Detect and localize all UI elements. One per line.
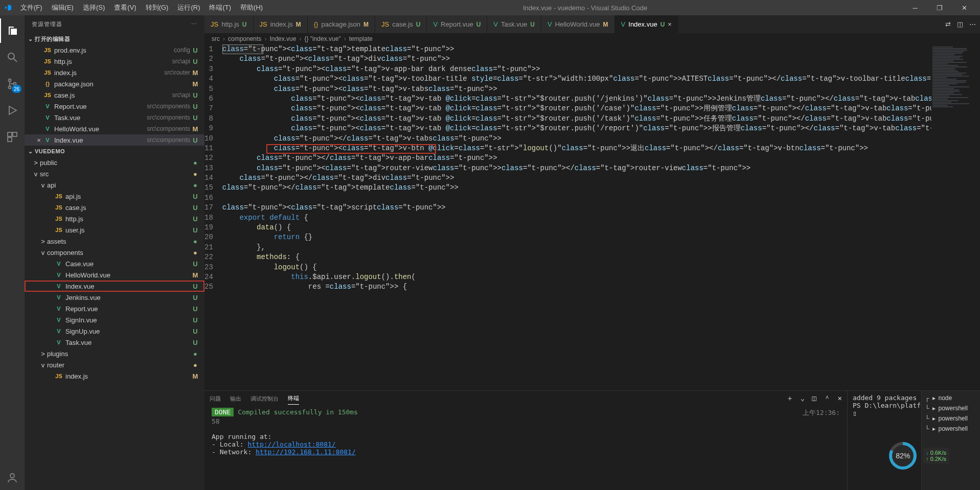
- folder-item[interactable]: >public●: [25, 157, 204, 168]
- close-icon[interactable]: ×: [35, 136, 43, 144]
- editor-tab[interactable]: VHelloWorld.vueM: [541, 15, 615, 33]
- more-icon[interactable]: ⋯: [191, 21, 197, 28]
- code-line[interactable]: [222, 193, 931, 203]
- split-terminal-icon[interactable]: ◫: [812, 394, 816, 403]
- breadcrumbs[interactable]: src›components›Index.vue›{} "index.vue"›…: [204, 33, 980, 44]
- code-line[interactable]: data() {: [222, 223, 931, 232]
- menu-item[interactable]: 终端(T): [205, 1, 235, 14]
- code-line[interactable]: class="t-punc"><class="t-tag">v-tab @cli…: [222, 94, 931, 104]
- menu-item[interactable]: 选择(S): [79, 1, 109, 14]
- code-line[interactable]: class="t-punc"><class="t-tag">divclass="…: [222, 54, 931, 64]
- file-item[interactable]: JScase.jsU: [25, 202, 204, 213]
- local-url-link[interactable]: http://localhost:8081/: [247, 440, 335, 448]
- open-editor-item[interactable]: JSprod.env.jsconfigU: [25, 44, 204, 56]
- accounts-icon[interactable]: [0, 465, 25, 490]
- breadcrumb-item[interactable]: {} "index.vue": [304, 35, 340, 42]
- terminal-shell-item[interactable]: └ ▸ powershell: [925, 424, 977, 434]
- new-terminal-icon[interactable]: ＋: [786, 394, 793, 403]
- code-line[interactable]: class="t-punc"><class="t-tag">v-tabsclas…: [222, 84, 931, 94]
- minimize-button[interactable]: ─: [903, 0, 927, 15]
- search-icon[interactable]: [0, 45, 25, 69]
- close-panel-icon[interactable]: ✕: [838, 394, 842, 403]
- terminal-shell-item[interactable]: ┌ ▸ node: [925, 393, 977, 403]
- breadcrumb-item[interactable]: template: [349, 35, 373, 42]
- open-editor-item[interactable]: ×VIndex.vuesrc\componentsU: [25, 134, 204, 146]
- terminal-shell-item[interactable]: └ ▸ powershell: [925, 413, 977, 424]
- editor-tab[interactable]: JScase.jsU: [375, 15, 427, 33]
- code-line[interactable]: },: [222, 243, 931, 252]
- code-line[interactable]: res =class="t-punc">> {: [222, 282, 931, 292]
- project-header[interactable]: ⌄ VUEDEMO: [25, 146, 204, 157]
- extensions-icon[interactable]: [0, 125, 25, 149]
- file-item[interactable]: JSindex.jsM: [25, 370, 204, 382]
- close-icon[interactable]: ×: [668, 20, 672, 28]
- menu-item[interactable]: 帮助(H): [236, 1, 267, 14]
- file-item[interactable]: VJenkins.vueU: [25, 292, 204, 303]
- editor-tab[interactable]: JShttp.jsU: [204, 15, 254, 33]
- split-icon[interactable]: ◫: [957, 20, 963, 28]
- code-editor[interactable]: class="t-punc"><class="t-tag">templatecl…: [222, 44, 931, 390]
- code-line[interactable]: this.$api.user.logout().then(: [222, 272, 931, 282]
- folder-item[interactable]: vsrc●: [25, 168, 204, 179]
- open-editor-item[interactable]: VTask.vuesrc\componentsU: [25, 112, 204, 123]
- code-line[interactable]: class="t-punc"></class="t-tag">templatec…: [222, 183, 931, 193]
- file-item[interactable]: VSignUp.vueU: [25, 325, 204, 337]
- folder-item[interactable]: vrouter●: [25, 359, 204, 370]
- file-item[interactable]: VTask.vueU: [25, 337, 204, 348]
- open-editor-item[interactable]: JSindex.jssrc\routerM: [25, 67, 204, 78]
- file-item[interactable]: VSignIn.vueU: [25, 314, 204, 325]
- terminal-secondary[interactable]: added 9 packages in 7s PS D:\learn\platf…: [847, 391, 980, 490]
- file-item[interactable]: JSapi.jsU: [25, 191, 204, 202]
- code-line[interactable]: export default {: [222, 213, 931, 223]
- breadcrumb-item[interactable]: components: [228, 35, 261, 42]
- menu-item[interactable]: 运行(R): [173, 1, 204, 14]
- breadcrumb-item[interactable]: Index.vue: [269, 35, 296, 42]
- editor-tab[interactable]: VIndex.vueU×: [615, 15, 678, 33]
- more-icon[interactable]: ⋯: [969, 20, 976, 28]
- code-line[interactable]: class="t-punc"><class="t-tag">router-vie…: [222, 164, 931, 173]
- folder-item[interactable]: >assets●: [25, 236, 204, 247]
- editor-tab[interactable]: {}package.jsonM: [308, 15, 375, 33]
- code-line[interactable]: methods: {: [222, 252, 931, 262]
- open-editor-item[interactable]: JScase.jssrc\apiU: [25, 89, 204, 101]
- code-line[interactable]: class="t-punc"><class="t-tag">v-tab @cli…: [222, 104, 931, 113]
- panel-tab[interactable]: 输出: [230, 393, 241, 405]
- folder-item[interactable]: >plugins●: [25, 348, 204, 359]
- network-url-link[interactable]: http://192.168.1.11:8081/: [256, 448, 356, 456]
- code-line[interactable]: class="t-punc"><class="t-tag">v-toolbar-…: [222, 74, 931, 84]
- file-item[interactable]: VHelloWorld.vueM: [25, 269, 204, 281]
- panel-tab[interactable]: 调试控制台: [250, 393, 279, 405]
- menu-item[interactable]: 编辑(E): [48, 1, 78, 14]
- open-editor-item[interactable]: {}package.jsonM: [25, 78, 204, 89]
- file-item[interactable]: JShttp.jsU: [25, 213, 204, 224]
- open-editor-item[interactable]: VReport.vuesrc\componentsU: [25, 101, 204, 112]
- maximize-button[interactable]: ❐: [928, 0, 951, 15]
- menu-item[interactable]: 转到(G): [142, 1, 173, 14]
- code-line[interactable]: class="t-punc"><class="t-tag">v-app-bar …: [222, 64, 931, 74]
- open-editor-item[interactable]: VHelloWorld.vuesrc\componentsM: [25, 123, 204, 134]
- terminal-shell-item[interactable]: └ ▸ powershell: [925, 403, 977, 413]
- compare-icon[interactable]: ⇄: [945, 20, 951, 28]
- code-line[interactable]: logout() {: [222, 263, 931, 272]
- menu-item[interactable]: 查看(V): [110, 1, 140, 14]
- open-editors-header[interactable]: ⌄ 打开的编辑器: [25, 33, 204, 44]
- file-item[interactable]: JSuser.jsU: [25, 224, 204, 236]
- terminal-output[interactable]: DONE Compiled successfully in 150ms 上午12…: [204, 406, 847, 490]
- file-item[interactable]: VIndex.vueU: [25, 281, 204, 292]
- editor-tab[interactable]: JSindex.jsM: [254, 15, 308, 33]
- code-line[interactable]: class="t-punc"><class="t-tag">v-tab @cli…: [222, 124, 931, 133]
- folder-item[interactable]: vcomponents●: [25, 247, 204, 258]
- menu-item[interactable]: 文件(F): [16, 1, 47, 14]
- file-item[interactable]: VCase.vueU: [25, 258, 204, 269]
- chevron-down-icon[interactable]: ⌄: [801, 394, 805, 403]
- editor-tab[interactable]: VTask.vueU: [487, 15, 541, 33]
- panel-tab[interactable]: 问题: [210, 393, 221, 405]
- minimap[interactable]: [931, 44, 980, 390]
- panel-tab[interactable]: 终端: [288, 392, 299, 405]
- code-line[interactable]: class="t-punc"></class="t-tag">v-app-bar…: [222, 153, 931, 163]
- run-debug-icon[interactable]: [0, 98, 25, 123]
- open-editor-item[interactable]: JShttp.jssrc\apiU: [25, 56, 204, 67]
- breadcrumb-item[interactable]: src: [212, 35, 220, 42]
- code-line[interactable]: class="t-punc"><class="t-tag">scriptclas…: [222, 203, 931, 213]
- folder-item[interactable]: vapi●: [25, 179, 204, 191]
